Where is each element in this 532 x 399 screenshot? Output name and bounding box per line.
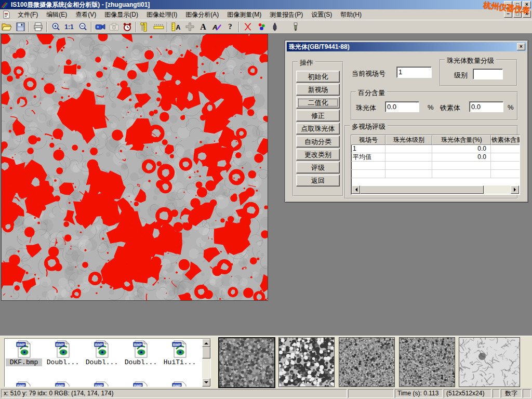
menu-image-display[interactable]: 图像显示(D) (100, 9, 142, 20)
text-edit-icon: A (212, 22, 222, 31)
ferrite-input[interactable]: 0.0 (469, 101, 503, 112)
video-capture-button[interactable] (94, 21, 107, 33)
measure-text-button[interactable]: A (169, 21, 183, 33)
file-name: Doubl... (45, 358, 81, 366)
probe-tool-button[interactable] (289, 21, 302, 33)
pearlite-input[interactable]: 0.0 (385, 101, 419, 112)
toolbar-separator (238, 22, 240, 32)
menu-file[interactable]: 文件(F) (14, 9, 42, 20)
menu-bar: 文件(F) 编辑(E) 查看(V) 图像显示(D) 图像处理(I) 图像分析(A… (0, 9, 532, 20)
phase-tool-button[interactable] (255, 21, 268, 33)
bmp-file-icon: BMP (133, 340, 149, 358)
pearlite-dialog: 珠光体(GB/T9441-88) × 操作 初始化 新视场 二值化 修正 点取珠… (285, 40, 528, 203)
caliper-icon (140, 22, 150, 32)
menu-help[interactable]: 帮助(H) (336, 9, 366, 20)
menu-view[interactable]: 查看(V) (71, 9, 100, 20)
clock-icon (123, 22, 132, 32)
curve-tool-button[interactable] (241, 21, 255, 33)
zoom-in-button[interactable] (49, 21, 62, 33)
file-item[interactable]: BMP (45, 381, 81, 387)
scrollbar-track[interactable] (484, 185, 511, 194)
table-row[interactable]: 平均值 0.0 (351, 153, 520, 162)
camera-capture-button[interactable] (107, 21, 121, 33)
col-field: 视场号 (351, 135, 385, 145)
menu-image-processing[interactable]: 图像处理(I) (142, 9, 181, 20)
help-button[interactable]: ? (223, 21, 237, 33)
table-row[interactable]: 1 0.0 (351, 145, 520, 153)
menu-image-measure[interactable]: 图像测量(M) (223, 9, 265, 20)
svg-text:BMP: BMP (56, 384, 64, 388)
file-item[interactable]: BMP HuiTi... (162, 340, 198, 366)
bmp-file-icon: BMP (16, 381, 32, 387)
ruler-icon (153, 23, 164, 30)
thumbnail-4[interactable] (399, 337, 455, 387)
bmp-file-icon: BMP (94, 381, 110, 387)
multifield-group: 多视场评级 视场号 珠光体级别 珠光体含量(%) 铁素体含量(%) 1 0.0 … (344, 125, 518, 199)
text-tool-button[interactable]: A (196, 21, 210, 33)
caliper-measure-button[interactable] (138, 21, 152, 33)
thumbnail-2[interactable] (278, 337, 335, 387)
col-pearlite: 珠光体含量(%) (432, 135, 491, 145)
cell-field: 平均值 (351, 153, 385, 161)
menu-edit[interactable]: 编辑(E) (42, 9, 71, 20)
metallographic-image[interactable] (2, 34, 268, 300)
file-item[interactable]: BMP DKF.bmp (6, 340, 42, 366)
open-button[interactable] (0, 21, 14, 33)
timer-button[interactable] (121, 21, 134, 33)
thumbnail-1[interactable] (218, 337, 275, 388)
file-item[interactable]: BMP Doubl... (84, 340, 120, 366)
file-item[interactable]: BMP (6, 381, 42, 387)
rate-button[interactable]: 评级 (296, 162, 340, 174)
dialog-close-button[interactable]: × (517, 43, 525, 50)
binarize-button[interactable]: 二值化 (296, 97, 340, 109)
move-tool-button[interactable] (183, 21, 196, 33)
scroll-up-button[interactable] (202, 339, 210, 347)
auto-classify-button[interactable]: 自动分类 (296, 136, 340, 148)
current-field-label: 当前视场号 (352, 69, 385, 78)
annotate-tool-button[interactable]: A (210, 21, 223, 33)
save-button[interactable] (14, 21, 27, 33)
svg-text:BMP: BMP (56, 343, 64, 347)
actual-size-button[interactable]: 1:1 (62, 21, 76, 33)
return-button[interactable]: 返回 (296, 175, 340, 187)
svg-text:BMP: BMP (95, 384, 103, 388)
correct-button[interactable]: 修正 (296, 110, 340, 122)
grading-group-label: 珠光体数量分级 (445, 56, 496, 65)
file-list-scrollbar[interactable] (202, 339, 210, 387)
scrollbar-thumb[interactable] (360, 185, 484, 194)
scroll-left-button[interactable] (352, 185, 360, 194)
operation-group: 操作 初始化 新视场 二值化 修正 点取珠光体 自动分类 更改类别 评级 返回 (292, 61, 343, 196)
video-camera-icon (95, 23, 106, 31)
ruler-measure-button[interactable] (152, 21, 165, 33)
scroll-down-button[interactable] (202, 378, 210, 387)
thumbnail-3[interactable] (339, 337, 395, 387)
menu-settings[interactable]: 设置(S) (307, 9, 336, 20)
zoom-out-button[interactable] (76, 21, 89, 33)
new-field-button[interactable]: 新视场 (296, 84, 340, 96)
svg-text:BMP: BMP (17, 343, 25, 347)
file-item[interactable]: BMP Doubl... (123, 340, 159, 366)
print-button[interactable] (31, 21, 45, 33)
thumbnail-5[interactable] (459, 337, 520, 387)
col-grade: 珠光体级别 (385, 135, 432, 145)
file-item[interactable]: BMP (162, 381, 198, 387)
scroll-right-button[interactable] (511, 185, 519, 194)
file-item[interactable]: BMP (123, 381, 159, 387)
application-window: { "window": { "title": "IS100显微摄像系统(金相分析… (0, 0, 532, 399)
pick-pearlite-button[interactable]: 点取珠光体 (296, 123, 340, 135)
pen-tool-button[interactable] (268, 21, 282, 33)
file-item[interactable]: BMP (84, 381, 120, 387)
scrollbar-thumb[interactable] (202, 347, 210, 358)
print-icon (33, 22, 43, 31)
menu-image-analysis[interactable]: 图像分析(A) (181, 9, 223, 20)
cell-field: 1 (351, 145, 385, 153)
init-button[interactable]: 初始化 (296, 71, 340, 83)
file-list: BMP DKF.bmp BMP Doubl... BMP Doubl... BM… (4, 338, 211, 387)
grade-input[interactable] (473, 69, 503, 79)
table-horizontal-scrollbar[interactable] (352, 185, 519, 194)
menu-measure-report[interactable]: 测量报告(P) (265, 9, 307, 20)
file-item[interactable]: BMP Doubl... (45, 340, 81, 366)
change-class-button[interactable]: 更改类别 (296, 149, 340, 161)
ferrite-label: 铁素体 (440, 103, 460, 113)
current-field-input[interactable]: 1 (396, 66, 432, 78)
